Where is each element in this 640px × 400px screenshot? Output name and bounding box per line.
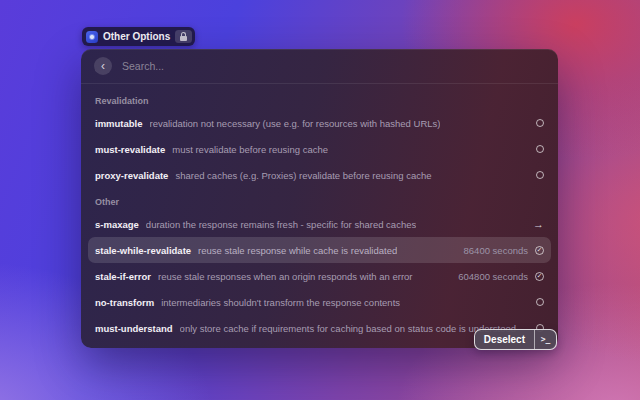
directive-description: only store cache if requirements for cac… [180,323,516,334]
section-header: Other [88,188,551,211]
desktop-background: Other Options ‹ Revalidation immutable r… [0,0,640,400]
radio-circle-icon [536,145,544,153]
extension-app-icon [86,31,98,43]
directive-description: duration the response remains fresh - sp… [146,219,416,230]
radio-circle-icon [536,171,544,179]
directive-name: no-transform [95,297,154,308]
directive-description: must revalidate before reusing cache [172,144,328,155]
command-palette-window: ‹ Revalidation immutable revalidation no… [81,49,558,348]
other-options-badge[interactable]: Other Options [82,27,195,46]
back-button[interactable]: ‹ [94,57,112,75]
directive-description: shared caches (e.g. Proxies) revalidate … [175,170,431,181]
options-list: Revalidation immutable revalidation not … [81,84,558,341]
list-item[interactable]: must-revalidate must revalidate before r… [88,136,551,162]
list-item[interactable]: stale-if-error reuse stale responses whe… [88,263,551,289]
list-item[interactable]: stale-while-revalidate reuse stale respo… [88,237,551,263]
list-item[interactable]: immutable revalidation not necessary (us… [88,110,551,136]
arrow-right-icon: → [533,219,544,230]
directive-name: s-maxage [95,219,139,230]
list-item[interactable]: proxy-revalidate shared caches (e.g. Pro… [88,162,551,188]
directive-name: immutable [95,118,143,129]
directive-name: proxy-revalidate [95,170,168,181]
list-section: Other s-maxage duration the response rem… [88,188,551,341]
action-pill: Deselect >_ [474,329,557,350]
directive-name: must-understand [95,323,173,334]
search-input[interactable] [122,60,545,72]
directive-name: stale-while-revalidate [95,245,191,256]
radio-circle-icon [536,119,544,127]
list-item[interactable]: s-maxage duration the response remains f… [88,211,551,237]
directive-value: 604800 seconds [458,271,528,282]
directive-description: revalidation not necessary (use e.g. for… [150,118,441,129]
directive-name: stale-if-error [95,271,151,282]
directive-value: 86400 seconds [464,245,528,256]
lock-icon [175,30,192,43]
terminal-prompt-icon[interactable]: >_ [535,330,556,349]
deselect-button[interactable]: Deselect [475,330,534,349]
search-bar: ‹ [81,49,558,84]
section-header: Revalidation [88,87,551,110]
check-circle-icon: ✓ [535,272,544,281]
badge-label: Other Options [103,31,170,42]
check-circle-icon: ✓ [535,246,544,255]
chevron-left-icon: ‹ [101,60,105,72]
directive-description: reuse stale response while cache is reva… [198,245,397,256]
list-item[interactable]: no-transform intermediaries shouldn't tr… [88,289,551,315]
list-section: Revalidation immutable revalidation not … [88,87,551,188]
directive-name: must-revalidate [95,144,165,155]
deselect-label: Deselect [484,334,525,345]
directive-description: reuse stale responses when an origin res… [158,271,413,282]
radio-circle-icon [536,298,544,306]
directive-description: intermediaries shouldn't transform the r… [161,297,400,308]
